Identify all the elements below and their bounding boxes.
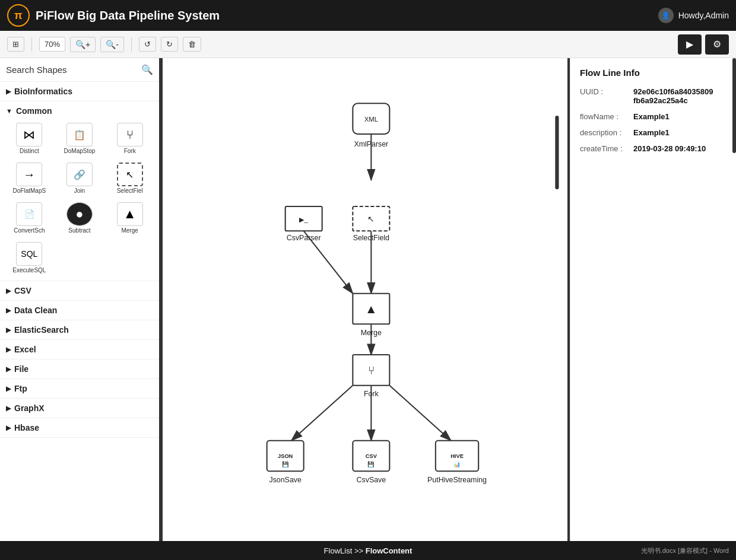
sidebar-item-elasticsearch[interactable]: ▶ ElasticSearch bbox=[0, 320, 159, 340]
sidebar-item-file[interactable]: ▶ File bbox=[0, 359, 159, 379]
sidebar-item-graphx[interactable]: ▶ GraphX bbox=[0, 399, 159, 418]
app-title: PiFlow Big Data Pipeline System bbox=[36, 9, 658, 23]
graphx-label: GraphX bbox=[14, 403, 45, 413]
toolbar-separator2 bbox=[131, 37, 132, 52]
top-right-buttons: ▶ ⚙ bbox=[678, 34, 729, 55]
settings-button[interactable]: ⚙ bbox=[705, 34, 729, 55]
common-category-header[interactable]: ▼ Common bbox=[6, 106, 153, 116]
play-button[interactable]: ▶ bbox=[678, 34, 702, 55]
breadcrumb: FlowList >> FlowContent bbox=[324, 546, 413, 555]
svg-text:JsonSave: JsonSave bbox=[269, 476, 302, 484]
svg-text:CsvSave: CsvSave bbox=[357, 476, 386, 484]
footer-right-text: 光明书.docx [兼容模式] - Word bbox=[641, 546, 729, 555]
svg-text:CsvParser: CsvParser bbox=[287, 234, 321, 242]
fork-icon: ⑂ bbox=[117, 123, 143, 147]
redo-button[interactable]: ↻ bbox=[161, 37, 178, 52]
canvas-svg: XML XmlParser ▶_ CsvParser ↖ SelectField… bbox=[163, 58, 567, 541]
shape-distinct[interactable]: ⋈ Distinct bbox=[6, 120, 53, 157]
subtract-label: Subtract bbox=[68, 227, 90, 234]
search-button[interactable]: 🔍 bbox=[141, 64, 153, 75]
bioinformatics-arrow-icon: ▶ bbox=[6, 88, 11, 96]
layout-button[interactable]: ⊞ bbox=[7, 37, 24, 52]
node-fork[interactable]: ⑂ Fork bbox=[353, 355, 389, 398]
sidebar-item-ftp[interactable]: ▶ Ftp bbox=[0, 379, 159, 399]
vscrollbar-thumb[interactable] bbox=[555, 116, 559, 189]
fork-label: Fork bbox=[124, 148, 136, 154]
node-jsonsave[interactable]: JSON 💾 JsonSave bbox=[267, 441, 304, 484]
shape-merge[interactable]: ▲ Merge bbox=[106, 200, 153, 236]
svg-text:SelectField: SelectField bbox=[353, 234, 389, 242]
info-panel-title: Flow Line Info bbox=[580, 68, 727, 78]
svg-text:Merge: Merge bbox=[361, 329, 382, 337]
merge-label: Merge bbox=[121, 227, 138, 234]
shape-convertsch[interactable]: 📄 ConvertSch bbox=[6, 200, 53, 236]
hbase-label: Hbase bbox=[14, 423, 39, 432]
sidebar-item-common: ▼ Common ⋈ Distinct 📋 DoMapStop ⑂ Fork → bbox=[0, 101, 159, 281]
shape-subtract[interactable]: ● Subtract bbox=[56, 200, 103, 236]
elasticsearch-arrow-icon: ▶ bbox=[6, 326, 11, 334]
svg-text:HIVE: HIVE bbox=[451, 453, 464, 459]
user-avatar-icon: 👤 bbox=[661, 11, 670, 20]
shape-selectfiel[interactable]: ↖ SelectFiel bbox=[106, 160, 153, 196]
distinct-icon: ⋈ bbox=[16, 123, 42, 147]
svg-text:Fork: Fork bbox=[364, 390, 379, 398]
right-scrollbar-thumb[interactable] bbox=[732, 58, 736, 153]
domapstop-label: DoMapStop bbox=[64, 148, 96, 154]
description-label: description : bbox=[580, 128, 633, 137]
merge-icon: ▲ bbox=[117, 202, 143, 226]
convertsch-icon: 📄 bbox=[16, 202, 42, 226]
distinct-label: Distinct bbox=[20, 148, 39, 154]
user-area: 👤 Howdy,Admin bbox=[658, 8, 729, 23]
node-csvparser[interactable]: ▶_ CsvParser bbox=[285, 206, 322, 242]
shape-join[interactable]: 🔗 Join bbox=[56, 160, 103, 196]
svg-text:💾: 💾 bbox=[282, 461, 289, 468]
shape-domapstop[interactable]: 📋 DoMapStop bbox=[56, 120, 103, 157]
sidebar: Search Shapes 🔍 ▶ BioInformatics ▼ Commo… bbox=[0, 58, 160, 541]
node-csvsave[interactable]: CSV 💾 CsvSave bbox=[353, 441, 389, 484]
node-puthive[interactable]: HIVE 📊 PutHiveStreaming bbox=[427, 441, 487, 484]
node-selectfield[interactable]: ↖ SelectField bbox=[353, 206, 389, 242]
sidebar-item-hbase[interactable]: ▶ Hbase bbox=[0, 418, 159, 438]
uuid-label: UUID : bbox=[580, 87, 633, 105]
doflatmaps-label: DoFlatMapS bbox=[13, 187, 46, 194]
sidebar-item-excel[interactable]: ▶ Excel bbox=[0, 340, 159, 359]
svg-text:📊: 📊 bbox=[453, 461, 461, 468]
svg-text:▶_: ▶_ bbox=[300, 216, 309, 223]
ftp-arrow-icon: ▶ bbox=[6, 385, 11, 393]
file-label: File bbox=[14, 364, 28, 374]
node-merge[interactable]: ▲ Merge bbox=[353, 294, 389, 337]
delete-button[interactable]: 🗑 bbox=[183, 37, 201, 52]
user-icon: 👤 bbox=[658, 8, 674, 23]
undo-button[interactable]: ↺ bbox=[139, 37, 156, 52]
canvas-area[interactable]: XML XmlParser ▶_ CsvParser ↖ SelectField… bbox=[163, 58, 567, 541]
info-flowname-row: flowName : Example1 bbox=[580, 112, 727, 121]
svg-text:↖: ↖ bbox=[367, 214, 375, 224]
node-xmlparser[interactable]: XML XmlParser bbox=[353, 103, 389, 148]
shape-doflatmaps[interactable]: → DoFlatMapS bbox=[6, 160, 53, 196]
description-value: Example1 bbox=[633, 128, 670, 137]
info-createtime-row: createTime : 2019-03-28 09:49:10 bbox=[580, 144, 727, 153]
main-area: Search Shapes 🔍 ▶ BioInformatics ▼ Commo… bbox=[0, 58, 736, 541]
shape-fork[interactable]: ⑂ Fork bbox=[106, 120, 153, 157]
info-panel: Flow Line Info UUID : 92e06c10f6a8403580… bbox=[570, 58, 736, 541]
sidebar-item-dataclean[interactable]: ▶ Data Clean bbox=[0, 301, 159, 320]
zoom-display[interactable]: 70% bbox=[39, 37, 65, 52]
domapstop-icon: 📋 bbox=[66, 123, 93, 147]
createtime-label: createTime : bbox=[580, 144, 633, 153]
sidebar-item-csv[interactable]: ▶ CSV bbox=[0, 281, 159, 301]
join-label: Join bbox=[74, 187, 85, 194]
zoom-in-button[interactable]: 🔍+ bbox=[70, 37, 96, 52]
excel-arrow-icon: ▶ bbox=[6, 346, 11, 354]
arrow-fork-json bbox=[291, 386, 353, 441]
info-uuid-row: UUID : 92e06c10f6a84035809fb6a92ac25a4c bbox=[580, 87, 727, 105]
toolbar-separator bbox=[31, 37, 32, 52]
common-arrow-icon: ▼ bbox=[6, 107, 12, 114]
graphx-arrow-icon: ▶ bbox=[6, 405, 11, 412]
sidebar-item-bioinformatics[interactable]: ▶ BioInformatics bbox=[0, 82, 159, 101]
convertsch-label: ConvertSch bbox=[14, 227, 45, 234]
zoom-out-button[interactable]: 🔍- bbox=[100, 37, 124, 52]
uuid-value: 92e06c10f6a84035809fb6a92ac25a4c bbox=[633, 87, 713, 105]
elasticsearch-label: ElasticSearch bbox=[14, 325, 69, 335]
shape-executesql[interactable]: SQL ExecuteSQL bbox=[6, 240, 53, 276]
common-shapes-grid: ⋈ Distinct 📋 DoMapStop ⑂ Fork → DoFlatMa… bbox=[6, 120, 153, 276]
